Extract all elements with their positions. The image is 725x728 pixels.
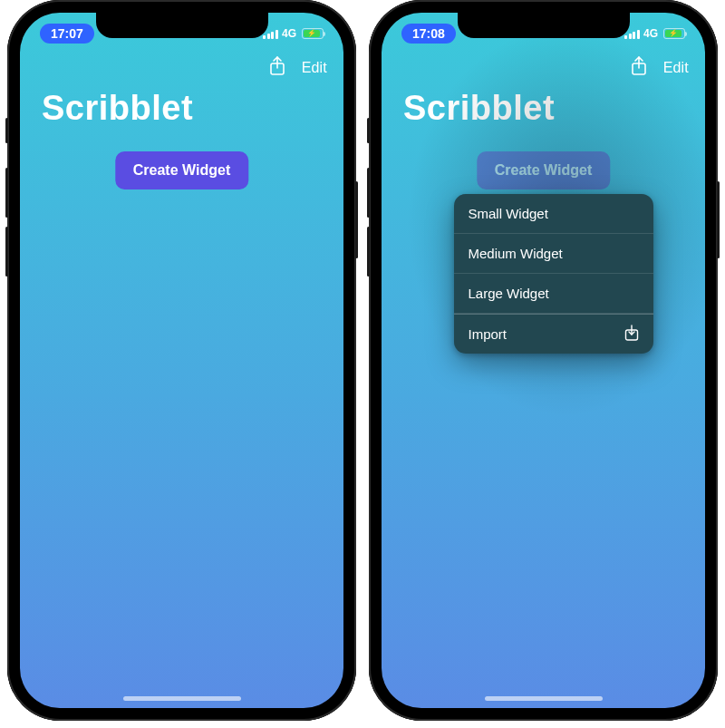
create-widget-button[interactable]: Create Widget [115, 151, 248, 189]
volume-up-button [367, 168, 370, 218]
home-indicator[interactable] [123, 696, 241, 701]
time-pill[interactable]: 17:07 [40, 24, 94, 44]
network-label: 4G [282, 27, 296, 40]
menu-item-import[interactable]: Import [454, 314, 653, 354]
volume-down-button [5, 227, 8, 277]
home-indicator[interactable] [485, 696, 603, 701]
screen: 17:08 4G ⚡ Edit Scribblet Create Widget … [382, 13, 705, 708]
phone-right: 17:08 4G ⚡ Edit Scribblet Create Widget … [369, 0, 718, 721]
network-label: 4G [643, 27, 658, 40]
menu-item-label: Import [469, 326, 508, 342]
menu-item-label: Large Widget [469, 286, 549, 301]
menu-item-label: Small Widget [469, 206, 548, 221]
battery-icon: ⚡ [663, 28, 685, 39]
status-right: 4G ⚡ [263, 27, 324, 40]
share-icon[interactable] [269, 56, 285, 80]
volume-up-button [5, 168, 8, 218]
app-title: Scribblet [42, 89, 193, 128]
menu-item-medium-widget[interactable]: Medium Widget [454, 234, 653, 274]
nav-bar: Edit [269, 56, 327, 80]
edit-button[interactable]: Edit [663, 60, 689, 76]
menu-item-small-widget[interactable]: Small Widget [454, 194, 653, 234]
share-icon[interactable] [631, 56, 647, 80]
volume-down-button [367, 227, 370, 277]
phone-left: 17:07 4G ⚡ Edit Scribblet Create Widget [7, 0, 356, 721]
import-icon [624, 325, 639, 344]
battery-icon: ⚡ [302, 28, 324, 39]
notch [458, 13, 630, 38]
power-button [355, 181, 358, 258]
menu-item-large-widget[interactable]: Large Widget [454, 274, 653, 314]
screen: 17:07 4G ⚡ Edit Scribblet Create Widget [20, 13, 343, 708]
notch [96, 13, 268, 38]
silence-switch [367, 118, 370, 143]
silence-switch [5, 118, 8, 143]
app-title: Scribblet [403, 89, 555, 128]
context-menu: Small Widget Medium Widget Large Widget … [454, 194, 653, 354]
power-button [717, 181, 720, 258]
status-right: 4G ⚡ [624, 27, 685, 40]
menu-item-label: Medium Widget [469, 246, 563, 261]
edit-button[interactable]: Edit [302, 60, 327, 76]
nav-bar: Edit [631, 56, 689, 80]
create-widget-button[interactable]: Create Widget [477, 151, 610, 189]
time-pill[interactable]: 17:08 [401, 24, 456, 44]
